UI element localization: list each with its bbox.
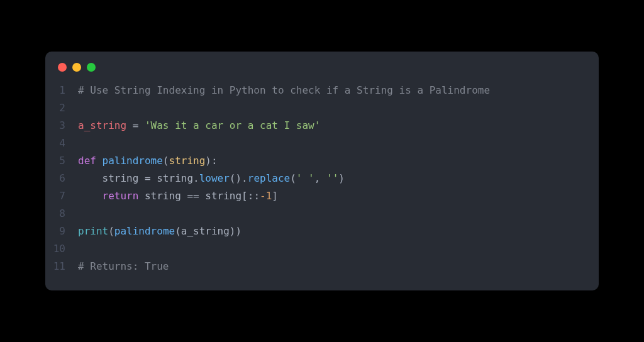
token: ] [272, 190, 278, 202]
token: a_string [78, 119, 126, 131]
token: ): [205, 155, 217, 167]
code-line: 2 [45, 99, 599, 117]
token: 'Was it a car or a cat I saw' [145, 119, 320, 131]
close-icon[interactable] [58, 63, 67, 72]
token: return [78, 190, 145, 202]
token: = [126, 119, 145, 131]
token: ( [163, 155, 169, 167]
token: string [169, 155, 206, 167]
token: ( [108, 225, 114, 237]
token: def [78, 155, 103, 167]
line-content [78, 99, 84, 117]
token: == [187, 190, 205, 202]
line-number: 10 [45, 240, 78, 258]
window-titlebar [45, 52, 599, 77]
token: palindrome [103, 155, 163, 167]
token: string [205, 190, 242, 202]
maximize-icon[interactable] [87, 63, 96, 72]
line-content: return string == string[::-1] [78, 187, 278, 205]
line-number: 2 [45, 99, 78, 117]
code-line: 1# Use String Indexing in Python to chec… [45, 82, 599, 99]
line-number: 6 [45, 170, 78, 187]
token: string [157, 172, 193, 184]
token: . [193, 172, 199, 184]
token: replace [248, 172, 290, 184]
line-content: # Use String Indexing in Python to check… [78, 82, 490, 99]
token: '' [326, 172, 338, 184]
code-line: 3a_string = 'Was it a car or a cat I saw… [45, 117, 599, 135]
line-number: 3 [45, 117, 78, 135]
line-number: 4 [45, 135, 78, 152]
code-line: 6 string = string.lower().replace(' ', '… [45, 170, 599, 187]
code-block: 1# Use String Indexing in Python to chec… [45, 77, 599, 275]
token: ) [338, 172, 345, 184]
token: [:: [242, 190, 260, 202]
token: a_string [181, 225, 230, 237]
line-number: 9 [45, 223, 78, 240]
minimize-icon[interactable] [72, 63, 81, 72]
token: # Returns: True [78, 260, 169, 272]
code-line: 5def palindrome(string): [45, 152, 599, 170]
token: ( [175, 225, 181, 237]
token: ( [290, 172, 296, 184]
line-number: 5 [45, 152, 78, 170]
token: print [78, 225, 108, 237]
token: palindrome [114, 225, 175, 237]
token: string [78, 172, 145, 184]
line-number: 11 [45, 258, 78, 275]
line-content: a_string = 'Was it a car or a cat I saw' [78, 117, 320, 135]
line-content: # Returns: True [78, 258, 169, 275]
token: lower [199, 172, 230, 184]
token: (). [230, 172, 248, 184]
line-number: 8 [45, 205, 78, 223]
line-number: 7 [45, 187, 78, 205]
code-line: 4 [45, 135, 599, 152]
code-line: 8 [45, 205, 599, 223]
code-line: 11# Returns: True [45, 258, 599, 275]
line-content: def palindrome(string): [78, 152, 218, 170]
token: ' ' [296, 172, 314, 184]
code-line: 10 [45, 240, 599, 258]
token: # Use String Indexing in Python to check… [78, 84, 490, 96]
token: -1 [260, 190, 272, 202]
code-line: 7 return string == string[::-1] [45, 187, 599, 205]
line-content [78, 205, 84, 223]
line-number: 1 [45, 82, 78, 99]
token: , [314, 172, 326, 184]
line-content: print(palindrome(a_string)) [78, 223, 242, 240]
token: )) [230, 225, 242, 237]
token: = [145, 172, 157, 184]
token: string [145, 190, 187, 202]
line-content: string = string.lower().replace(' ', '') [78, 170, 345, 187]
line-content [78, 240, 84, 258]
code-line: 9print(palindrome(a_string)) [45, 223, 599, 240]
code-window: 1# Use String Indexing in Python to chec… [45, 52, 599, 290]
line-content [78, 135, 84, 152]
